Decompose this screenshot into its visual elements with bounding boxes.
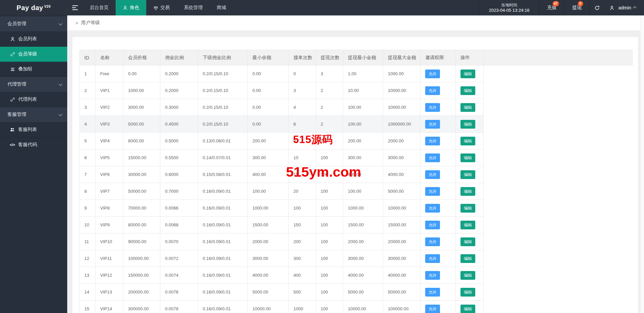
sidebar-item-客服列表[interactable]: 客服列表 (0, 122, 67, 137)
table-cell: 15000.00 (123, 149, 160, 166)
refresh-icon[interactable] (590, 0, 605, 15)
table-row: 1Free0.000.20000.2/0.15/0.100.00031.0010… (80, 65, 633, 82)
actions-cell: 编辑 (456, 99, 484, 116)
stack-icon (9, 67, 15, 72)
edit-button[interactable]: 编辑 (460, 305, 475, 313)
person-icon (123, 5, 128, 10)
table-row: 10VIP980000.000.00680.16/0.09/0.011500.0… (80, 217, 633, 233)
table-cell: 10000.00 (383, 82, 420, 99)
scrollbar (640, 15, 644, 313)
column-header: 操作 (456, 50, 484, 65)
table-cell: 0.15/0.08/0.01 (198, 166, 248, 183)
allow-button[interactable]: 允许 (425, 137, 440, 145)
table-cell: 0.13/0.06/0.01 (198, 133, 248, 149)
sidebar-toggle-icon[interactable] (67, 0, 83, 15)
table-cell: 10.00 (343, 82, 383, 99)
edit-button[interactable]: 编辑 (460, 288, 475, 297)
allow-button[interactable]: 允许 (425, 288, 440, 297)
table-cell: 30000.00 (123, 166, 160, 183)
table-cell: 12 (80, 250, 95, 267)
edit-button[interactable]: 编辑 (460, 170, 475, 179)
allow-button[interactable]: 允许 (425, 170, 440, 179)
allow-button[interactable]: 允许 (425, 187, 440, 196)
table-cell: 100.00 (343, 183, 383, 200)
edit-button[interactable]: 编辑 (460, 153, 475, 162)
table-cell: VIP10 (95, 233, 123, 250)
sidebar-item-代理列表[interactable]: 代理列表 (0, 92, 67, 107)
edit-button[interactable]: 编辑 (460, 120, 475, 129)
user-menu[interactable]: admin (605, 0, 644, 15)
breadcrumb-icon: » (75, 20, 78, 26)
allow-button[interactable]: 允许 (425, 254, 440, 263)
table-cell: 100 (316, 200, 343, 217)
top-menu-item[interactable]: 交易 (146, 0, 177, 15)
table-cell: 0.0074 (160, 267, 198, 284)
table-cell: 0.14/0.07/0.01 (198, 149, 248, 166)
table-cell: 2000.00 (383, 133, 420, 149)
sidebar-item-会员列表[interactable]: 会员列表 (0, 32, 67, 47)
table-cell: 3 (316, 65, 343, 82)
topbar: Pay dayV20 后台首页角色交易系统管理商城 当地时间 2023-04-0… (0, 0, 644, 15)
allow-button[interactable]: 允许 (425, 153, 440, 162)
allow-button[interactable]: 允许 (425, 237, 440, 246)
table-cell: 300000.00 (123, 301, 160, 313)
invite-permission-cell: 允许 (420, 65, 456, 82)
column-header: 下级佣金比例 (198, 50, 248, 65)
edit-button[interactable]: 编辑 (460, 86, 475, 95)
sidebar-group-客服管理[interactable]: 客服管理 (0, 107, 67, 122)
table-cell: 0.0078 (160, 301, 198, 313)
table-header-row: ID名称会员价格佣金比例下级佣金比例最小余额接单次数提现次数提现最小金额提现最大… (80, 50, 633, 65)
table-cell: VIP7 (95, 183, 123, 200)
table-cell: 10 (289, 149, 316, 166)
link-icon (9, 52, 15, 57)
top-menu-item[interactable]: 后台首页 (83, 0, 116, 15)
allow-button[interactable]: 允许 (425, 103, 440, 112)
table-cell: 10000.00 (383, 200, 420, 217)
edit-button[interactable]: 编辑 (460, 187, 475, 196)
allow-button[interactable]: 允许 (425, 305, 440, 313)
allow-button[interactable]: 允许 (425, 204, 440, 213)
table-row: 8VIP750000.000.70000.16/0.09/0.01100.002… (80, 183, 633, 200)
table-cell: 20 (289, 183, 316, 200)
edit-button[interactable]: 编辑 (460, 254, 475, 263)
breadcrumb: » 用户等级 (67, 15, 644, 30)
allow-button[interactable]: 允许 (425, 271, 440, 280)
edit-button[interactable]: 编辑 (460, 204, 475, 213)
actions-cell: 编辑 (456, 284, 484, 301)
sidebar-group-会员管理[interactable]: 会员管理 (0, 16, 67, 32)
edit-button[interactable]: 编辑 (460, 137, 475, 145)
allow-button[interactable]: 允许 (425, 70, 440, 78)
recharge-button[interactable]: 充值 47 (539, 0, 565, 15)
table-cell: 7 (80, 166, 95, 183)
top-menu-item[interactable]: 商城 (210, 0, 233, 15)
edit-button[interactable]: 编辑 (460, 103, 475, 112)
table-cell: 0.7000 (160, 183, 198, 200)
sidebar-item-会员等级[interactable]: 会员等级 (0, 47, 67, 62)
table-cell: 14 (80, 284, 95, 301)
edit-button[interactable]: 编辑 (460, 221, 475, 229)
empty-cell (484, 82, 633, 99)
top-menu-item[interactable]: 角色 (116, 0, 146, 15)
withdraw-button[interactable]: 提现 0 (565, 0, 590, 15)
people-icon (9, 127, 15, 132)
sidebar-item-客服代码[interactable]: </>客服代码 (0, 137, 67, 152)
allow-button[interactable]: 允许 (425, 221, 440, 229)
column-header: 会员价格 (123, 50, 160, 65)
table-cell: 0.5000 (160, 133, 198, 149)
sidebar-item-叠加组[interactable]: 叠加组 (0, 62, 67, 77)
edit-button[interactable]: 编辑 (460, 271, 475, 280)
allow-button[interactable]: 允许 (425, 120, 440, 129)
allow-button[interactable]: 允许 (425, 86, 440, 95)
top-menu-item[interactable]: 系统管理 (177, 0, 210, 15)
user-icon (609, 5, 614, 10)
sidebar-group-代理管理[interactable]: 代理管理 (0, 77, 67, 92)
watermark-1: 515源码 (293, 133, 333, 147)
table-cell: 1000.00 (123, 82, 160, 99)
edit-button[interactable]: 编辑 (460, 70, 475, 78)
local-time: 当地时间 2023-04-05 13:24:16 (479, 0, 539, 15)
table-cell: 100 (289, 200, 316, 217)
table-cell: VIP1 (95, 82, 123, 99)
invite-permission-cell: 允许 (420, 149, 456, 166)
table-row: 6VIP515000.000.55000.14/0.07/0.01300.001… (80, 149, 633, 166)
edit-button[interactable]: 编辑 (460, 237, 475, 246)
